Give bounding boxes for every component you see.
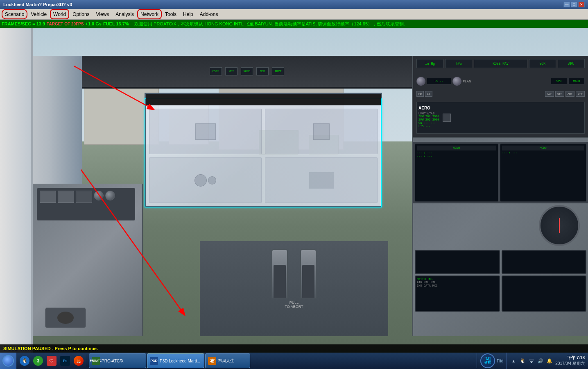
tray-icon-network[interactable] [528, 358, 535, 364]
tray-icon-arrow[interactable]: ▲ [510, 358, 517, 364]
titlebar: Lockheed Martin? Prepar3D? v3 — □ ✕ [0, 0, 588, 9]
taskbar-app-p3d[interactable]: P3D P3D Lockheed Marti... [147, 353, 204, 368]
p3d-icon: P3D [150, 357, 158, 365]
menu-item-options[interactable]: Options [69, 9, 93, 19]
tray-icon-chat[interactable]: 🐧 [519, 358, 526, 364]
running-apps: PROATC PRO-ATC/X P3D P3D Lockheed Marti.… [87, 353, 477, 368]
svg-rect-4 [530, 361, 533, 362]
buju-icon: 布 [208, 357, 216, 365]
fuel-value: FUEL 13.7% [103, 21, 129, 26]
screen-panel-tl [149, 109, 262, 154]
taskbar-icon-firefox[interactable]: 🦊 [72, 354, 85, 367]
clock-time: 下午 7:18 [555, 355, 585, 361]
menu-item-analysis[interactable]: Analysis [112, 9, 137, 19]
menu-item-vehicle[interactable]: Vehicle [27, 9, 50, 19]
system-clock[interactable]: 下午 7:18 2017/3/4 星期六 [555, 355, 585, 367]
center-pedestal: PULL TO ABORT [200, 241, 388, 336]
screen-background [145, 93, 382, 207]
minimize-button[interactable]: — [563, 2, 570, 7]
menu-item-network[interactable]: Network [137, 9, 162, 19]
buju-label: 布局人生 [218, 358, 234, 364]
proatc-label: PRO-ATC/X [102, 359, 124, 363]
p3d-label: P3D Lockheed Marti... [160, 359, 200, 363]
taskbar-app-buju[interactable]: 布 布局人生 [205, 353, 250, 368]
clock-date: 2017/3/4 星期六 [555, 361, 585, 367]
atc-status-bar: FRAMES/SEC = 13.9 TARGET OF 20FPS +1.0 G… [0, 20, 588, 28]
menubar: Scenario Vehicle World Options Views Ana… [0, 9, 588, 20]
taskbar-icon-ps[interactable]: Ps [59, 354, 72, 367]
svg-rect-5 [529, 360, 534, 360]
menu-item-addons[interactable]: Add-ons [197, 9, 222, 19]
menu-item-scenario[interactable]: Scenario [2, 9, 27, 19]
screen-panel-bl [149, 157, 262, 203]
windows-orb-icon [2, 355, 14, 367]
flight-community-label: Flid [497, 359, 503, 363]
maximize-button[interactable]: □ [571, 2, 577, 7]
flight-community-area: 飞行者联 Flid [477, 353, 507, 368]
taskbar-app-proatc[interactable]: PROATC PRO-ATC/X [89, 353, 146, 368]
paused-message: SIMULATION PAUSED - Press P to continue. [3, 346, 98, 351]
gs-value: +1.0 Gs [85, 21, 101, 26]
target-fps: TARGET OF 20FPS [47, 22, 84, 26]
taskbar-icon-antivirus[interactable]: 🛡 [45, 354, 58, 367]
menu-item-world[interactable]: World [50, 9, 69, 19]
system-tray: ▲ 🐧 🔊 🔔 下午 7:18 2017/3/4 星期六 [507, 353, 588, 369]
menu-item-tools[interactable]: Tools [162, 9, 180, 19]
close-button[interactable]: ✕ [578, 2, 585, 7]
atc-message: 欢迎使用 PROATC/X，本次航班从 HONG KONG INTL 飞至 BA… [134, 21, 405, 27]
titlebar-controls: — □ ✕ [563, 2, 585, 7]
compass-instrument [539, 205, 580, 246]
tray-icon-notification[interactable]: 🔔 [546, 358, 553, 364]
start-button[interactable] [0, 353, 16, 369]
right-cockpit-panel: In Hg hPa ROSE NAV VOR ARC LS -- [412, 56, 588, 336]
flight-community-logo: 飞行者联 [480, 353, 495, 368]
proatc-icon: PROATC [92, 357, 100, 365]
simulation-status-bar: SIMULATION PAUSED - Press P to continue. [0, 344, 588, 353]
glareshield: CSTR WPT VORD NDB ARPT [82, 56, 412, 89]
titlebar-title: Lockheed Martin? Prepar3D? v3 [3, 2, 72, 7]
main-display-screen [145, 93, 382, 207]
simulator-view: CSTR WPT VORD NDB ARPT In Hg hPa ROSE NA… [0, 28, 588, 353]
menu-item-views[interactable]: Views [93, 9, 113, 19]
tray-icon-volume[interactable]: 🔊 [537, 358, 544, 364]
screen-panel-tr [265, 109, 378, 154]
screen-panel-br [265, 157, 378, 203]
fps-counter: FRAMES/SEC = 13.9 [2, 21, 45, 26]
taskbar-icon-qq[interactable]: 🐧 [18, 354, 31, 367]
taskbar-icon-360[interactable]: 3 [32, 354, 45, 367]
taskbar: 🐧 3 🛡 Ps 🦊 PROATC PRO-ATC/X P3D P3D Lock… [0, 353, 588, 369]
svg-rect-3 [531, 362, 532, 363]
display-area [115, 89, 412, 212]
menu-item-help[interactable]: Help [180, 9, 197, 19]
screen-header [146, 94, 381, 105]
